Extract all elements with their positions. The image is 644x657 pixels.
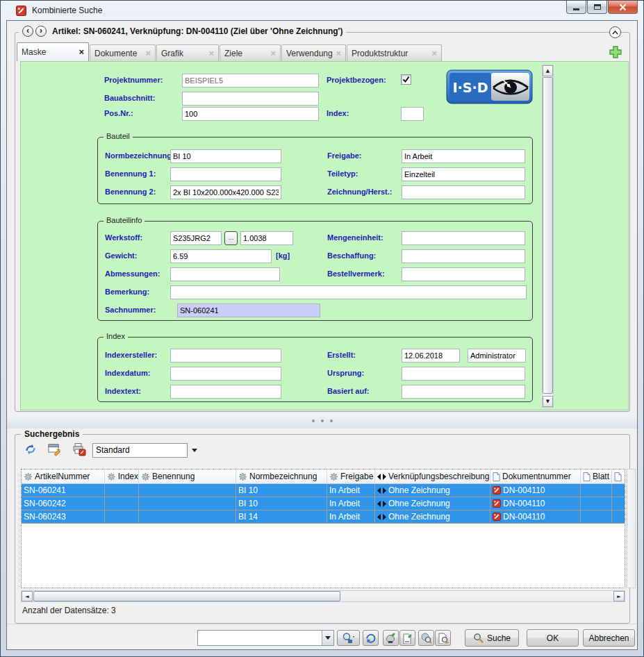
tab-close-icon[interactable]: × xyxy=(208,50,214,57)
column-header[interactable]: Blatt xyxy=(581,469,612,483)
projektnummer-input[interactable] xyxy=(182,74,319,88)
column-header[interactable]: Index xyxy=(105,469,139,483)
normbezeichnung-input[interactable] xyxy=(170,149,281,163)
article-search-button[interactable] xyxy=(418,630,434,646)
tab-maske[interactable]: Maske× xyxy=(17,42,89,61)
ok-button[interactable]: OK xyxy=(527,629,579,647)
scroll-down-button[interactable]: ▼ xyxy=(543,396,553,407)
werkstoff-input[interactable] xyxy=(170,231,222,245)
document-search-icon xyxy=(437,632,449,644)
benennung2-input[interactable] xyxy=(170,185,281,199)
add-tab-button[interactable] xyxy=(608,44,623,60)
next-article-button[interactable]: › xyxy=(35,26,47,37)
column-header-label: Blatt xyxy=(593,472,609,481)
gewicht-input[interactable] xyxy=(170,249,272,263)
collapse-button[interactable] xyxy=(609,26,621,38)
tab-close-icon[interactable]: × xyxy=(336,50,341,57)
column-header[interactable]: Verknüpfungsbeschreibung xyxy=(375,469,490,483)
form-scrollbar[interactable]: ▲ ▼ xyxy=(542,65,554,408)
refresh-search-button[interactable] xyxy=(363,630,379,646)
tab-dokumente[interactable]: Dokumente× xyxy=(90,44,156,61)
layout-select[interactable]: Standard xyxy=(92,443,188,458)
bemerkung-input[interactable] xyxy=(170,285,527,299)
ursprung-input[interactable] xyxy=(402,367,525,381)
splitter-handle[interactable] xyxy=(7,413,637,429)
table-row[interactable]: SN-060242BI 10In ArbeitOhne ZeichnungDN-… xyxy=(22,497,625,510)
saved-search-value xyxy=(198,631,204,645)
maximize-button[interactable] xyxy=(587,1,607,14)
indexdatum-input[interactable] xyxy=(170,367,281,381)
column-header[interactable]: Freigabe xyxy=(327,469,375,483)
column-header[interactable]: ArtikelNummer xyxy=(22,469,105,483)
erstellt-datum-input[interactable] xyxy=(402,349,460,363)
indextext-input[interactable] xyxy=(170,385,281,399)
indexersteller-input[interactable] xyxy=(170,349,281,363)
prev-article-button[interactable]: ‹ xyxy=(22,26,33,37)
scroll-right-button[interactable]: ► xyxy=(613,591,625,601)
bauabschnitt-input[interactable] xyxy=(182,92,319,106)
zeichnung-input[interactable] xyxy=(402,185,525,199)
basiert-auf-input[interactable] xyxy=(402,385,525,399)
tab-close-icon[interactable]: × xyxy=(79,49,84,56)
beschaffung-input[interactable] xyxy=(402,249,525,263)
table-horizontal-scrollbar[interactable]: ◄ ► xyxy=(21,590,625,602)
saved-search-arrow[interactable] xyxy=(322,631,333,645)
print-results-button[interactable] xyxy=(72,442,87,457)
tab-ziele[interactable]: Ziele× xyxy=(220,44,281,61)
scroll-up-button[interactable]: ▲ xyxy=(543,65,553,76)
abmessungen-input[interactable] xyxy=(170,267,280,281)
save-search-button[interactable] xyxy=(337,630,360,646)
column-header[interactable]: Normbezeichnung xyxy=(236,469,327,483)
column-header[interactable]: Benennung xyxy=(139,469,236,483)
results-title: Suchergebnis xyxy=(21,429,83,439)
table-row[interactable]: SN-060241BI 10In ArbeitOhne ZeichnungDN-… xyxy=(22,484,625,497)
new-article-search-button[interactable] xyxy=(383,630,399,646)
new-document-search-button[interactable] xyxy=(399,630,415,646)
refresh-icon xyxy=(365,632,377,644)
table-row[interactable]: SN-060243BI 14In ArbeitOhne ZeichnungDN-… xyxy=(22,510,625,524)
minimize-button[interactable] xyxy=(566,1,586,14)
freigabe-input[interactable] xyxy=(402,149,525,163)
saved-search-select[interactable] xyxy=(197,630,334,646)
tab-close-icon[interactable]: × xyxy=(270,50,276,57)
column-header[interactable]: Dokumentnummer xyxy=(490,469,581,483)
check-icon xyxy=(402,76,410,83)
document-search-button[interactable] xyxy=(435,630,451,646)
mengeneinheit-input[interactable] xyxy=(402,231,525,245)
document-icon xyxy=(493,472,500,481)
results-table-header: ArtikelNummerIndexBenennungNormbezeichnu… xyxy=(22,469,625,484)
layout-select-arrow[interactable] xyxy=(189,443,200,458)
hscrollbar-thumb[interactable] xyxy=(33,591,340,601)
column-header[interactable] xyxy=(612,469,625,483)
erstellt-benutzer-input[interactable] xyxy=(468,349,526,363)
posnr-input[interactable] xyxy=(182,107,319,121)
close-button[interactable] xyxy=(608,1,638,14)
index-input[interactable] xyxy=(401,107,424,121)
suche-button[interactable]: Suche xyxy=(465,629,519,647)
scroll-left-button[interactable]: ◄ xyxy=(22,591,33,601)
gear-icon xyxy=(24,472,33,481)
dialog-body: ‹ › Artikel: SN-060241, Verknüpfung: DN-… xyxy=(6,20,638,650)
sachnummer-input[interactable] xyxy=(177,303,320,317)
tab-grafik[interactable]: Grafik× xyxy=(156,44,219,61)
bestellvermerk-input[interactable] xyxy=(402,267,525,281)
tab-produktstruktur[interactable]: Produktstruktur× xyxy=(347,44,442,61)
table-vertical-scrollbar[interactable] xyxy=(627,469,636,588)
zeichnung-label: Zeichnung/Herst.: xyxy=(327,188,393,196)
projektbezogen-checkbox[interactable] xyxy=(401,74,411,85)
link-icon xyxy=(377,514,386,520)
benennung2-label: Benennung 2: xyxy=(105,188,156,196)
teiletyp-input[interactable] xyxy=(402,167,525,181)
werkstoffnummer-input[interactable] xyxy=(240,231,293,245)
window-controls xyxy=(566,1,638,14)
werkstoff-browse-button[interactable]: ... xyxy=(224,231,238,245)
abbrechen-button[interactable]: Abbrechen xyxy=(583,629,635,647)
benennung1-input[interactable] xyxy=(170,167,281,181)
tab-close-icon[interactable]: × xyxy=(431,50,437,57)
refresh-results-button[interactable] xyxy=(23,442,38,457)
tab-verwendung[interactable]: Verwendung× xyxy=(281,44,346,61)
bestellvermerk-label: Bestellvermerk: xyxy=(327,269,385,278)
scrollbar-thumb[interactable] xyxy=(543,77,553,394)
tab-close-icon[interactable]: × xyxy=(145,50,151,57)
export-results-button[interactable] xyxy=(47,442,63,457)
